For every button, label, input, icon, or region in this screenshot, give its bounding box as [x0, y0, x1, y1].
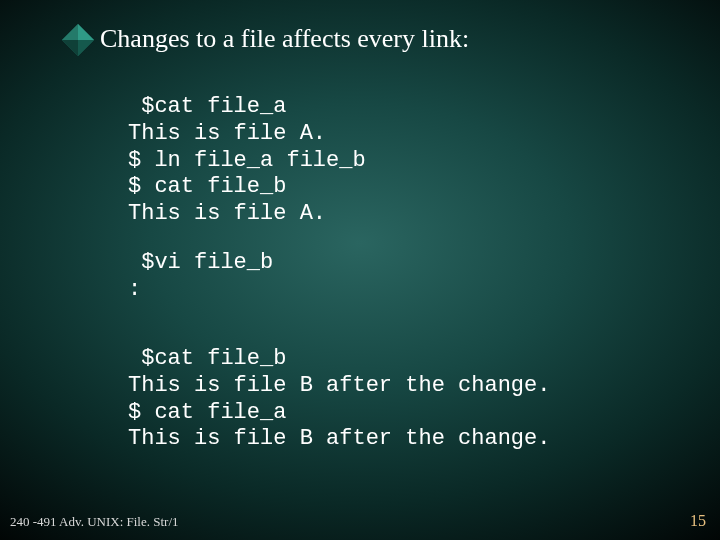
- svg-marker-3: [62, 40, 78, 56]
- slide-number: 15: [690, 512, 706, 530]
- code-block-3: $cat file_b This is file B after the cha…: [128, 346, 550, 453]
- code-block-1: $cat file_a This is file A. $ ln file_a …: [128, 94, 366, 228]
- footer-left: 240 -491 Adv. UNIX: File. Str/1: [10, 514, 179, 530]
- svg-marker-1: [78, 24, 94, 40]
- bullet-diamond-icon: [60, 22, 96, 58]
- slide-title: Changes to a file affects every link:: [100, 24, 469, 54]
- svg-marker-2: [62, 24, 78, 40]
- svg-marker-4: [78, 40, 94, 56]
- code-block-2: $vi file_b :: [128, 250, 273, 304]
